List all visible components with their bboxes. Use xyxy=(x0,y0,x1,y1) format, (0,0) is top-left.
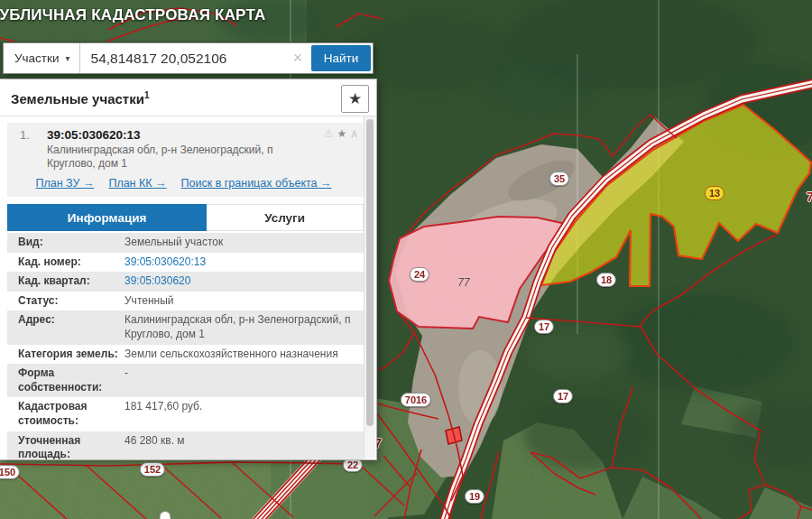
item-links: План ЗУ →План КК →Поиск в границах объек… xyxy=(7,177,360,190)
item-link[interactable]: План ЗУ → xyxy=(35,177,94,190)
info-row: Кад. номер:39:05:030620:13 xyxy=(7,253,364,273)
info-label: Категория земель: xyxy=(7,348,125,362)
info-value: 46 280 кв. м xyxy=(125,434,364,460)
scrollbar-thumb[interactable] xyxy=(366,119,374,426)
parcel-list-item[interactable]: 1. 39:05:030620:13 Калининградская обл, … xyxy=(7,123,364,197)
search-category-dropdown[interactable]: Участки ▾ xyxy=(4,43,80,73)
item-index: 1. xyxy=(7,128,47,171)
info-label: Вид: xyxy=(7,236,125,250)
info-value[interactable]: 39:05:030620 xyxy=(125,274,364,289)
info-value: Учтенный xyxy=(125,294,364,309)
info-label: Кад. номер: xyxy=(7,255,125,270)
chevron-down-icon: ▾ xyxy=(66,53,70,63)
item-link[interactable]: План КК → xyxy=(108,177,166,190)
scrollbar-track[interactable] xyxy=(364,116,375,459)
info-label: Кадастровая стоимость: xyxy=(7,400,125,428)
info-row: Уточненная площадь:46 280 кв. м xyxy=(7,431,364,460)
search-input[interactable] xyxy=(80,43,286,73)
clear-search-icon[interactable]: × xyxy=(286,43,309,73)
divider xyxy=(0,116,376,116)
star-icon: ★ xyxy=(348,89,362,108)
panel-title: Земельные участки1 xyxy=(11,90,149,107)
item-link[interactable]: Поиск в границах объекта → xyxy=(181,177,332,190)
info-row: Форма собственности:- xyxy=(7,364,364,397)
info-row: Вид:Земельный участок xyxy=(7,233,364,253)
info-row: Статус:Учтенный xyxy=(7,292,364,311)
favorites-button[interactable]: ★ xyxy=(341,85,369,113)
info-row: Категория земель:Земли сельскохозяйствен… xyxy=(7,345,364,365)
results-panel: Земельные участки1 ★ 1. 39:05:030620:13 … xyxy=(0,79,377,460)
info-value: 181 417,60 руб. xyxy=(125,400,364,428)
info-label: Уточненная площадь: xyxy=(7,434,125,460)
warning-icon[interactable]: ⚠ xyxy=(324,127,334,140)
info-label: Форма собственности: xyxy=(7,366,125,394)
info-label: Статус: xyxy=(7,294,125,309)
item-actions: ⚠ ★ ∧ xyxy=(324,127,358,140)
item-address: Калининградская обл, р-н Зеленоградский,… xyxy=(47,144,281,171)
info-row: Кад. квартал:39:05:030620 xyxy=(7,272,364,292)
info-value[interactable]: 39:05:030620:13 xyxy=(125,255,364,270)
panel-heading: Земельные участки1 ★ xyxy=(0,79,376,116)
result-count: 1 xyxy=(144,90,150,100)
search-category-label: Участки xyxy=(14,51,60,65)
info-value: Земельный участок xyxy=(125,236,364,250)
info-value: - xyxy=(125,366,364,394)
info-value: Калининградская обл, р-н Зеленоградский,… xyxy=(125,313,364,341)
info-table: Вид:Земельный участокКад. номер:39:05:03… xyxy=(7,233,364,460)
cadastral-map-app: { "app": { "title": "ПУБЛИЧНАЯ КАДАСТРОВ… xyxy=(0,0,812,519)
item-cad-number: 39:05:030620:13 xyxy=(47,128,360,142)
search-bar: Участки ▾ × Найти xyxy=(3,42,374,74)
tab-information[interactable]: Информация xyxy=(7,204,207,231)
app-title: ПУБЛИЧНАЯ КАДАСТРОВАЯ КАРТА xyxy=(0,6,265,24)
collapse-icon[interactable]: ∧ xyxy=(350,127,358,140)
panel-content: 1. 39:05:030620:13 Калининградская обл, … xyxy=(0,123,376,460)
search-submit-button[interactable]: Найти xyxy=(311,45,371,71)
info-value: Земли сельскохозяйственного назначения xyxy=(125,348,364,362)
info-row: Адрес:Калининградская обл, р-н Зеленогра… xyxy=(7,310,364,344)
tabs: Информация Услуги xyxy=(7,204,364,231)
panel-title-text: Земельные участки xyxy=(11,91,144,107)
info-label: Кад. квартал: xyxy=(7,274,125,289)
info-label: Адрес: xyxy=(7,313,125,341)
tab-services[interactable]: Услуги xyxy=(207,204,364,231)
favorite-icon[interactable]: ★ xyxy=(337,127,346,140)
info-row: Кадастровая стоимость:181 417,60 руб. xyxy=(7,397,364,431)
